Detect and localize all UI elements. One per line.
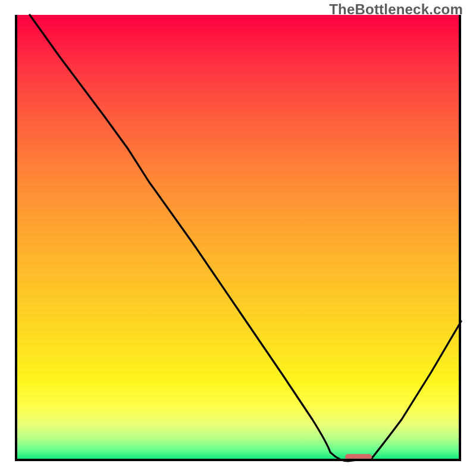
bottleneck-curve xyxy=(15,15,461,461)
curve-path xyxy=(30,15,461,461)
y-axis-right xyxy=(459,15,461,461)
x-axis xyxy=(15,459,461,461)
chart-frame: TheBottleneck.com xyxy=(0,0,476,476)
watermark-text: TheBottleneck.com xyxy=(329,1,463,18)
y-axis-left xyxy=(15,15,17,461)
